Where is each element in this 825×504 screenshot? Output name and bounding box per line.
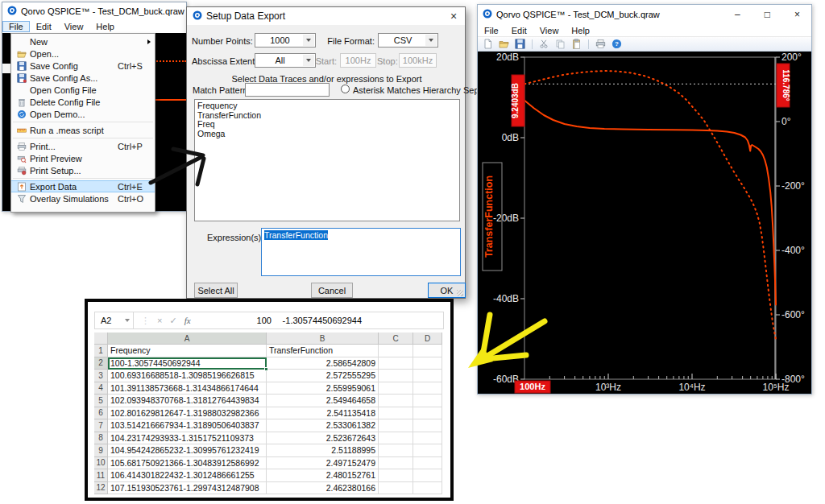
excel-cell-D8[interactable] — [413, 432, 442, 445]
file-menu-item-overlay-simulations[interactable]: Overlay SimulationsCtrl+O — [11, 192, 155, 204]
cut-icon[interactable] — [537, 38, 551, 50]
start-field[interactable]: 100Hz — [340, 53, 376, 68]
excel-column-header-b[interactable]: B — [267, 333, 379, 345]
excel-column-header-c[interactable]: C — [379, 333, 413, 345]
excel-cell-A7[interactable]: 103.514216667934-1.31890506403837 — [108, 419, 267, 432]
left-menu-edit[interactable]: Edit — [30, 21, 58, 32]
left-menu-help[interactable]: Help — [89, 21, 121, 32]
left-menu-view[interactable]: View — [58, 21, 90, 32]
excel-cell-C8[interactable] — [379, 432, 413, 445]
excel-cell-C5[interactable] — [379, 395, 413, 407]
expressions-textarea[interactable]: TransferFunction — [261, 228, 461, 276]
stop-field[interactable]: 100kHz — [399, 53, 437, 68]
file-menu-item-open-config-file[interactable]: Open Config File — [11, 84, 155, 96]
trace-listbox[interactable]: FrequencyTransferFunctionFreqOmega — [194, 99, 460, 221]
excel-row-header-7[interactable]: 7 — [94, 419, 108, 432]
excel-row-header-3[interactable]: 3 — [94, 370, 108, 382]
trace-list-item-frequency[interactable]: Frequency — [197, 101, 457, 111]
dialog-resize-grip[interactable] — [457, 290, 463, 296]
left-menu-file[interactable]: File — [2, 21, 30, 32]
chevron-down-icon[interactable] — [303, 55, 314, 66]
excel-cell-C2[interactable] — [379, 357, 413, 370]
excel-cell-B3[interactable]: 2.572555295 — [267, 370, 379, 382]
excel-column-header-d[interactable]: D — [413, 333, 442, 345]
file-menu-item-save-config[interactable]: Save ConfigCtrl+S — [11, 60, 155, 72]
excel-select-all-corner[interactable] — [94, 333, 108, 345]
excel-cell-A8[interactable]: 104.23174293933-1.31517521109373 — [108, 432, 267, 445]
trace-list-item-omega[interactable]: Omega — [197, 130, 457, 139]
excel-row-header-12[interactable]: 12 — [94, 482, 108, 495]
excel-cell-A6[interactable]: 102.801629812647-1.31988032982366 — [108, 407, 267, 420]
excel-cell-D3[interactable] — [413, 370, 442, 382]
name-box-dropdown-icon[interactable] — [125, 319, 130, 322]
excel-cell-C7[interactable] — [379, 419, 413, 432]
excel-row-header-6[interactable]: 6 — [94, 407, 108, 420]
excel-row-header-4[interactable]: 4 — [94, 382, 108, 395]
help-icon[interactable]: ? — [610, 38, 624, 50]
file-menu-item-export-data[interactable]: Export DataCtrl+E — [11, 180, 155, 192]
excel-cell-D7[interactable] — [413, 419, 442, 432]
excel-row-header-1[interactable]: 1 — [94, 345, 108, 357]
plot-menu-help[interactable]: Help — [565, 25, 596, 36]
file-menu-item-save-config-as[interactable]: Save Config As... — [11, 72, 155, 84]
excel-cell-B6[interactable]: 2.541135418 — [267, 407, 379, 420]
print-icon[interactable] — [594, 38, 607, 50]
cancel-button[interactable]: Cancel — [311, 283, 353, 298]
file-menu-item-run-a-meas-script[interactable]: Run a .meas script — [11, 124, 155, 136]
excel-cell-C12[interactable] — [379, 482, 413, 495]
insert-function-icon[interactable]: fx — [184, 316, 191, 325]
excel-cell-A4[interactable]: 101.391138573668-1.31434866174644 — [108, 382, 267, 395]
maximize-button[interactable]: □ — [765, 9, 770, 20]
excel-cell-D9[interactable] — [413, 444, 442, 457]
paste-icon[interactable] — [570, 38, 583, 50]
chevron-down-icon[interactable] — [425, 35, 437, 46]
formula-enter-icon[interactable]: ✓ — [169, 316, 176, 326]
excel-cell-D5[interactable] — [413, 395, 442, 407]
excel-cell-A9[interactable]: 104.954242865232-1.30995761232419 — [108, 444, 267, 457]
excel-cell-B8[interactable]: 2.523672643 — [267, 432, 379, 445]
plot-menu-view[interactable]: View — [533, 25, 566, 36]
file-menu-item-print-setup[interactable]: Print Setup... — [11, 164, 155, 176]
excel-cell-B9[interactable]: 2.51188995 — [267, 444, 379, 457]
abscissa-extent-combo[interactable]: All — [255, 53, 316, 68]
copy-icon[interactable] — [553, 38, 567, 50]
excel-cell-B1[interactable]: TransferFunction — [267, 345, 379, 357]
number-points-combo[interactable]: 1000 — [255, 33, 316, 48]
open-file-icon[interactable] — [497, 38, 511, 50]
excel-cell-B5[interactable]: 2.549464658 — [267, 395, 379, 407]
formula-bar-input[interactable]: 100 -1.30574450692944 — [198, 312, 443, 328]
asterisk-radio[interactable] — [341, 85, 350, 93]
match-pattern-input[interactable] — [245, 83, 330, 97]
excel-cell-C1[interactable] — [379, 345, 413, 357]
excel-cell-B7[interactable]: 2.533061382 — [267, 419, 379, 432]
chevron-down-icon[interactable] — [303, 35, 314, 46]
excel-cell-C3[interactable] — [379, 370, 413, 382]
file-menu-item-open-demo[interactable]: Open Demo... — [11, 108, 155, 120]
trace-list-item-freq[interactable]: Freq — [197, 120, 457, 130]
excel-cell-A11[interactable]: 106.414301822432-1.3012486661255 — [108, 469, 267, 482]
excel-cell-D2[interactable] — [413, 357, 442, 370]
excel-row-header-10[interactable]: 10 — [94, 457, 108, 470]
excel-cell-D10[interactable] — [413, 457, 442, 470]
excel-cell-A10[interactable]: 105.681750921366-1.30483912586992 — [108, 457, 267, 470]
excel-cell-B4[interactable]: 2.559959061 — [267, 382, 379, 395]
excel-row-header-2[interactable]: 2 — [94, 357, 108, 370]
excel-cell-D6[interactable] — [413, 407, 442, 420]
waveform-plot-area[interactable]: 20dB0dB-20dB-40dB-60dB200°0°-200°-400°-6… — [478, 52, 811, 394]
file-menu-item-delete-config-file[interactable]: Delete Config File — [11, 96, 155, 108]
excel-row-header-11[interactable]: 11 — [94, 469, 108, 482]
file-menu-item-print-preview[interactable]: Print Preview — [11, 152, 155, 164]
excel-cell-C11[interactable] — [379, 469, 413, 482]
close-button[interactable]: × — [794, 9, 800, 20]
excel-cell-C6[interactable] — [379, 407, 413, 420]
excel-cell-B10[interactable]: 2.497152479 — [267, 457, 379, 470]
excel-cell-A3[interactable]: 100.69316688518-1.30985196626815 — [108, 370, 267, 382]
dialog-close-button[interactable]: × — [442, 7, 465, 25]
excel-cell-C9[interactable] — [379, 444, 413, 457]
excel-column-header-a[interactable]: A — [108, 333, 267, 345]
excel-cell-A2[interactable]: 100-1.30574450692944 — [108, 357, 267, 370]
excel-cell-D1[interactable] — [413, 345, 442, 357]
excel-cell-A12[interactable]: 107.151930523761-1.29974312487908 — [108, 482, 267, 495]
excel-cell-D12[interactable] — [413, 482, 442, 495]
excel-cell-B11[interactable]: 2.480152761 — [267, 469, 379, 482]
